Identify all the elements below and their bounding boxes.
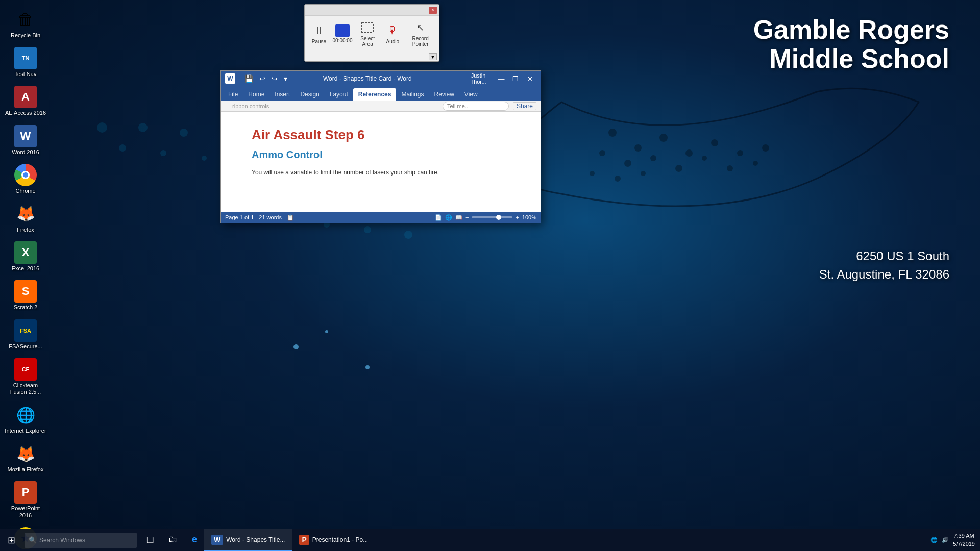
pause-button[interactable]: ⏸ Pause — [309, 22, 329, 46]
tab-design[interactable]: Design — [295, 88, 324, 101]
desktop-icon-mozff[interactable]: 🦊 Mozilla Firefox — [3, 439, 48, 476]
ppt-taskbar-label: Presentation1 - Po... — [312, 536, 368, 543]
ribbon-content-placeholder: — ribbon controls — — [225, 103, 276, 109]
tab-view[interactable]: View — [459, 88, 483, 101]
desktop-icon-excel[interactable]: X Excel 2016 — [3, 238, 48, 275]
view-print-icon[interactable]: 📄 — [435, 214, 442, 221]
zoom-increase-button[interactable]: + — [516, 214, 519, 220]
word-window-controls: Justin Thor... — ❐ ✕ — [463, 72, 536, 85]
school-branding: Gamble Rogers Middle School 6250 US 1 So… — [753, 15, 949, 284]
save-qat-button[interactable]: 💾 — [242, 73, 255, 84]
taskbar-clock[interactable]: 7:39 AM 5/7/2019 — [953, 532, 975, 548]
fsa-icon: FSA — [14, 319, 37, 342]
document-subtitle: Ammo Control — [252, 149, 510, 161]
taskbar-search[interactable]: 🔍 Search Windows — [24, 533, 137, 548]
desktop-icon-firefox[interactable]: 🦊 Firefox — [3, 199, 48, 236]
tab-home[interactable]: Home — [243, 88, 270, 101]
start-button[interactable]: ⊞ — [0, 529, 22, 552]
tab-file[interactable]: File — [223, 88, 243, 101]
toolbar-titlebar: × — [305, 5, 439, 16]
desktop-icon-clickteam[interactable]: CF Clickteam Fusion 2.5... — [3, 355, 48, 398]
page-info: Page 1 of 1 — [225, 214, 254, 220]
word-count: 21 words — [259, 214, 282, 220]
taskbar-items: 🗂 e W Word - Shapes Title... P Presentat… — [161, 529, 925, 552]
desktop-icon-powerpoint[interactable]: P PowerPoint 2016 — [3, 478, 48, 521]
status-right-area: 📄 🌐 📖 − + 100% — [435, 214, 536, 221]
desktop-icon-ie[interactable]: 🌐 Internet Explorer — [3, 400, 48, 437]
record-timer-button[interactable]: 00:00:00 — [332, 23, 353, 45]
mozff-icon: 🦊 — [14, 442, 37, 465]
desktop-icon-scratch[interactable]: S Scratch 2 — [3, 277, 48, 314]
school-address: 6250 US 1 South St. Augustine, FL 32086 — [753, 247, 949, 284]
word-app-icon: W — [225, 73, 235, 84]
audio-button[interactable]: 🎙 Audio — [382, 22, 403, 46]
audio-icon: 🎙 — [385, 23, 400, 38]
toolbar-close-button[interactable]: × — [429, 7, 437, 14]
word-profile-button[interactable]: Justin Thor... — [463, 72, 494, 85]
view-web-icon[interactable]: 🌐 — [445, 214, 452, 221]
ribbon-right-area: Share — [443, 102, 536, 111]
edge-icon: e — [192, 534, 197, 545]
record-timer-label: 00:00:00 — [333, 38, 353, 43]
toolbar-expand-button[interactable]: ▼ — [429, 53, 437, 60]
ie-icon: 🌐 — [14, 404, 37, 426]
recording-toolbar: × ⏸ Pause 00:00:00 Select Area 🎙 Audio ↖… — [304, 4, 439, 62]
taskbar-item-edge[interactable]: e — [185, 529, 204, 552]
zoom-level[interactable]: 100% — [522, 214, 536, 220]
ie-label: Internet Explorer — [5, 428, 46, 434]
chrome-icon — [14, 164, 37, 186]
desktop-icon-test-nav[interactable]: TN Test Nav — [3, 44, 48, 81]
tab-layout[interactable]: Layout — [325, 88, 353, 101]
zoom-slider[interactable] — [472, 216, 512, 218]
redo-qat-button[interactable]: ↪ — [270, 73, 280, 84]
pause-icon: ⏸ — [311, 23, 327, 38]
word-statusbar: Page 1 of 1 21 words 📋 📄 🌐 📖 − + 100% — [221, 212, 541, 223]
powerpoint-icon: P — [14, 481, 37, 504]
desktop-icon-recycle-bin[interactable]: 🗑 Recycle Bin — [3, 5, 48, 42]
excel-label: Excel 2016 — [12, 265, 39, 272]
word-taskbar-icon: W — [211, 535, 223, 545]
desktop-icon-word[interactable]: W Word 2016 — [3, 122, 48, 159]
desktop-icon-chrome[interactable]: Chrome — [3, 161, 48, 197]
taskbar-item-word[interactable]: W Word - Shapes Title... — [204, 529, 292, 552]
recycle-bin-icon: 🗑 — [14, 8, 37, 31]
word-ribbon-tabs: File Home Insert Design Layout Reference… — [221, 86, 541, 101]
tab-mailings[interactable]: Mailings — [396, 88, 429, 101]
share-button[interactable]: Share — [513, 102, 536, 110]
select-area-button[interactable]: Select Area — [356, 19, 379, 48]
zoom-decrease-button[interactable]: − — [465, 214, 469, 220]
word-close-button[interactable]: ✕ — [523, 72, 536, 85]
clock-time: 7:39 AM — [953, 532, 975, 540]
school-name-line1: Gamble Rogers — [753, 15, 949, 44]
desktop-icon-access[interactable]: A AE Access 2016 — [3, 83, 48, 119]
tab-review[interactable]: Review — [429, 88, 459, 101]
tell-me-input[interactable] — [443, 102, 509, 111]
undo-qat-button[interactable]: ↩ — [257, 73, 267, 84]
customize-qat-button[interactable]: ▾ — [282, 73, 289, 84]
word-restore-button[interactable]: ❐ — [509, 72, 522, 85]
view-read-icon[interactable]: 📖 — [455, 214, 462, 221]
access-label: AE Access 2016 — [5, 110, 46, 116]
taskbar-item-powerpoint[interactable]: P Presentation1 - Po... — [292, 529, 375, 552]
firefox-icon: 🦊 — [14, 203, 37, 225]
document-title: Air Assault Step 6 — [252, 127, 510, 143]
desktop-icon-fsa[interactable]: FSA FSASecure... — [3, 316, 48, 353]
tab-insert[interactable]: Insert — [270, 88, 295, 101]
tray-network-icon: 🌐 — [930, 537, 938, 543]
search-icon: 🔍 — [29, 536, 37, 544]
record-pointer-label: Record Pointer — [409, 36, 432, 47]
powerpoint-label: PowerPoint 2016 — [5, 505, 46, 518]
tab-references[interactable]: References — [353, 88, 397, 101]
word-window-title: Word - Shapes Title Card - Word — [323, 75, 412, 82]
proofing-icon[interactable]: 📋 — [287, 214, 294, 221]
word-icon: W — [14, 125, 37, 147]
toolbar-buttons-row: ⏸ Pause 00:00:00 Select Area 🎙 Audio ↖ R… — [305, 16, 439, 52]
fsa-label: FSASecure... — [9, 343, 42, 350]
record-pointer-button[interactable]: ↖ Record Pointer — [406, 19, 435, 48]
clickteam-label: Clickteam Fusion 2.5... — [5, 382, 46, 395]
scratch-icon: S — [14, 280, 37, 303]
word-document-content[interactable]: Air Assault Step 6 Ammo Control You will… — [221, 112, 541, 212]
word-minimize-button[interactable]: — — [495, 72, 508, 85]
task-view-button[interactable]: ❑ — [139, 529, 161, 552]
taskbar-item-explorer[interactable]: 🗂 — [161, 529, 185, 552]
